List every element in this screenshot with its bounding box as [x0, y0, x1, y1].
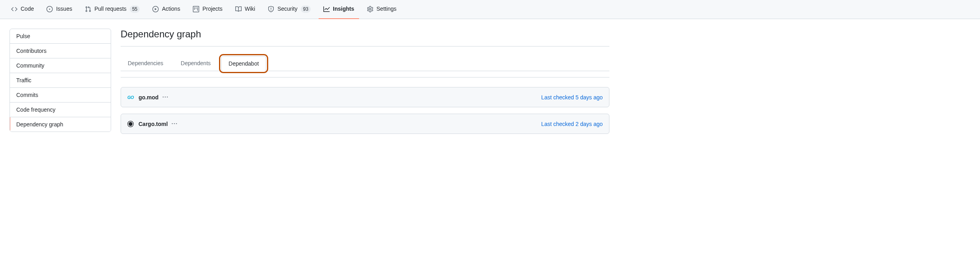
kebab-menu-button[interactable] [162, 94, 169, 101]
play-icon [152, 6, 159, 12]
nav-code[interactable]: Code [6, 0, 38, 19]
last-checked-link[interactable]: Last checked 5 days ago [541, 94, 603, 101]
sidebar-item-label: Commits [16, 92, 38, 98]
nav-label: Projects [202, 5, 223, 13]
nav-settings[interactable]: Settings [362, 0, 402, 19]
tab-label: Dependencies [128, 60, 163, 66]
divider [121, 46, 609, 46]
manifest-row-cargo: Cargo.toml Last checked 2 days ago [121, 114, 609, 134]
nav-insights[interactable]: Insights [319, 0, 359, 19]
nav-label: Code [21, 5, 34, 13]
sidebar-item-label: Contributors [16, 48, 46, 54]
go-icon: GO [127, 95, 134, 100]
nav-pull-requests[interactable]: Pull requests 55 [80, 0, 144, 19]
nav-label: Insights [333, 5, 354, 13]
nav-label: Issues [56, 5, 72, 13]
last-checked-link[interactable]: Last checked 2 days ago [541, 121, 603, 127]
sidebar-item-contributors[interactable]: Contributors [10, 44, 111, 58]
nav-label: Settings [377, 5, 397, 13]
sidebar-item-commits[interactable]: Commits [10, 88, 111, 103]
gear-icon [367, 6, 373, 12]
manifest-name[interactable]: go.mod [138, 94, 159, 101]
sidebar-item-code-frequency[interactable]: Code frequency [10, 103, 111, 117]
sub-tabs: Dependencies Dependents Dependabot [121, 56, 609, 71]
sidebar-item-community[interactable]: Community [10, 58, 111, 73]
tab-label: Dependabot [229, 60, 259, 67]
insights-sidebar: Pulse Contributors Community Traffic Com… [10, 29, 111, 140]
sidebar-item-label: Pulse [16, 33, 30, 39]
sidebar-item-label: Dependency graph [16, 121, 63, 128]
nav-wiki[interactable]: Wiki [231, 0, 260, 19]
nav-label: Pull requests [94, 5, 127, 13]
sidebar-item-pulse[interactable]: Pulse [10, 29, 111, 44]
sidebar-item-label: Code frequency [16, 107, 56, 113]
sidebar-item-label: Traffic [16, 77, 31, 83]
manifest-row-go: GO go.mod Last checked 5 days ago [121, 87, 609, 107]
repo-nav: Code Issues Pull requests 55 Actions Pro… [0, 0, 980, 19]
tab-label: Dependents [181, 60, 211, 66]
sidebar-item-dependency-graph[interactable]: Dependency graph [10, 117, 111, 132]
nav-projects[interactable]: Projects [188, 0, 227, 19]
nav-security[interactable]: Security 93 [263, 0, 315, 19]
security-count-badge: 93 [301, 6, 311, 13]
pull-request-icon [85, 6, 91, 12]
graph-icon [323, 6, 330, 12]
sidebar-item-traffic[interactable]: Traffic [10, 73, 111, 88]
nav-label: Security [277, 5, 298, 13]
project-icon [193, 6, 199, 12]
main-content: Dependency graph Dependencies Dependents… [121, 29, 609, 140]
nav-issues[interactable]: Issues [42, 0, 77, 19]
rust-icon [127, 121, 134, 127]
tab-dependents[interactable]: Dependents [174, 56, 218, 71]
pr-count-badge: 55 [130, 6, 140, 13]
sidebar-item-label: Community [16, 62, 44, 69]
nav-actions[interactable]: Actions [148, 0, 185, 19]
page-title: Dependency graph [121, 29, 609, 40]
tab-dependencies[interactable]: Dependencies [121, 56, 171, 71]
tab-dependabot[interactable]: Dependabot [221, 56, 266, 71]
book-icon [235, 6, 242, 12]
nav-label: Actions [162, 5, 180, 13]
code-icon [11, 6, 17, 12]
issue-icon [46, 6, 53, 12]
manifest-name[interactable]: Cargo.toml [138, 121, 168, 127]
kebab-menu-button[interactable] [171, 120, 178, 127]
shield-icon [268, 6, 274, 12]
nav-label: Wiki [245, 5, 255, 13]
